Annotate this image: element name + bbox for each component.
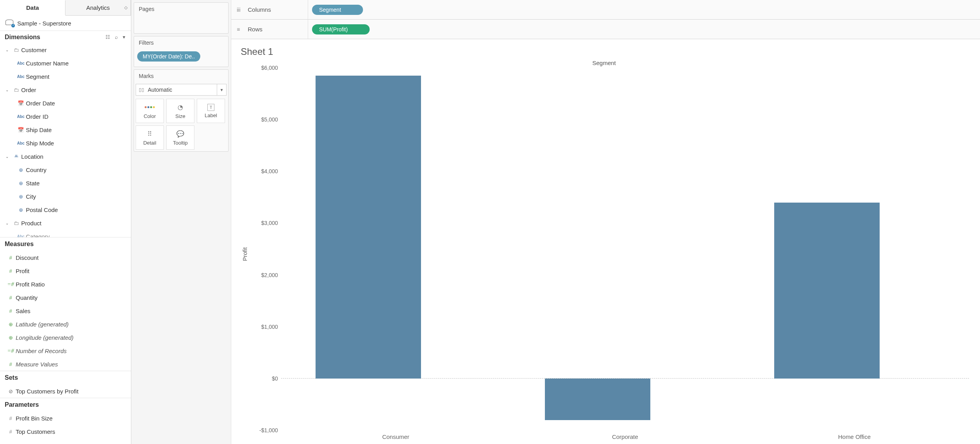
field-longitude[interactable]: ⊕Longitude (generated): [0, 331, 131, 344]
set-top-customers[interactable]: ⊘Top Customers by Profit: [0, 384, 131, 398]
bar[interactable]: [774, 203, 880, 379]
field-latitude[interactable]: ⊕Latitude (generated): [0, 317, 131, 331]
marks-color[interactable]: Color: [136, 99, 164, 123]
marks-card: Marks ▯▯ Automatic ▼ Color ◔ Size T Labe…: [134, 69, 229, 152]
globe-icon: ⊕: [16, 194, 26, 199]
field-label: City: [26, 193, 36, 200]
globe-icon: ⊕: [16, 167, 26, 173]
tab-analytics[interactable]: Analytics ◇: [65, 0, 131, 15]
bars-container: [281, 68, 969, 430]
field-label: Order Date: [26, 100, 55, 107]
filters-title: Filters: [134, 36, 228, 49]
marks-size[interactable]: ◔ Size: [166, 99, 194, 123]
field-profit[interactable]: #Profit: [0, 264, 131, 277]
filter-pill-order-date[interactable]: MY(Order Date): De..: [137, 51, 200, 62]
folder-customer[interactable]: ⌄🗀Customer: [0, 43, 131, 56]
field-label: Segment: [26, 73, 49, 80]
y-axis-ticks: -$1,000$0$1,000$2,000$3,000$4,000$5,000$…: [250, 68, 281, 430]
y-tick: $1,000: [261, 324, 278, 330]
field-label: Ship Mode: [26, 140, 54, 147]
abc-icon: Abc: [16, 114, 26, 119]
folder-label: Product: [21, 220, 42, 227]
folder-label: Customer: [21, 47, 47, 53]
sheet-title[interactable]: Sheet 1: [241, 46, 969, 57]
x-category: Consumer: [281, 430, 510, 440]
folder-icon: 🗀: [11, 47, 21, 53]
marks-tooltip-label: Tooltip: [173, 140, 188, 146]
columns-shelf[interactable]: iiiColumns Segment: [231, 0, 980, 20]
y-tick: $2,000: [261, 272, 278, 278]
view-list-icon[interactable]: ☷: [105, 33, 111, 41]
rows-pill-profit[interactable]: SUM(Profit): [312, 24, 370, 34]
parameters-block: Parameters #Profit Bin Size #Top Custome…: [0, 398, 131, 438]
field-order-id[interactable]: AbcOrder ID: [0, 110, 131, 123]
field-city[interactable]: ⊕City: [0, 190, 131, 203]
dimensions-title: Dimensions: [5, 34, 40, 41]
tab-dropdown-icon[interactable]: ◇: [124, 5, 127, 10]
field-ship-date[interactable]: 📅Ship Date: [0, 123, 131, 136]
field-sales[interactable]: #Sales: [0, 304, 131, 317]
main-area: iiiColumns Segment ≡Rows SUM(Profit) She…: [231, 0, 980, 444]
field-label: Order ID: [26, 113, 49, 120]
field-ship-mode[interactable]: AbcShip Mode: [0, 136, 131, 150]
field-label: Sales: [16, 308, 31, 314]
bar[interactable]: [545, 379, 650, 420]
bar[interactable]: [316, 76, 421, 379]
pages-title: Pages: [134, 3, 228, 15]
field-postal-code[interactable]: ⊕Postal Code: [0, 203, 131, 216]
folder-label: Order: [21, 87, 36, 93]
datasource-row[interactable]: ✓ Sample - Superstore: [0, 16, 131, 31]
columns-label: Columns: [248, 6, 271, 13]
field-measure-values[interactable]: #Measure Values: [0, 357, 131, 371]
datasource-name: Sample - Superstore: [17, 20, 71, 27]
folder-label: Location: [21, 153, 44, 160]
y-tick: $5,000: [261, 116, 278, 123]
section-menu-icon[interactable]: ▾: [122, 33, 126, 41]
x-category: Corporate: [510, 430, 740, 440]
field-category[interactable]: AbcCategory: [0, 230, 131, 237]
field-state[interactable]: ⊕State: [0, 176, 131, 190]
data-pane: Data Analytics ◇ ✓ Sample - Superstore D…: [0, 0, 131, 444]
measures-title: Measures: [0, 237, 131, 251]
chevron-down-icon[interactable]: ▼: [217, 84, 226, 95]
y-tick: $4,000: [261, 168, 278, 174]
datasource-icon: ✓: [5, 20, 14, 27]
dimensions-tree: ⌄🗀Customer AbcCustomer Name AbcSegment ⌄…: [0, 43, 131, 237]
rows-shelf[interactable]: ≡Rows SUM(Profit): [231, 20, 980, 39]
field-customer-name[interactable]: AbcCustomer Name: [0, 56, 131, 70]
param-profit-bin[interactable]: #Profit Bin Size: [0, 411, 131, 425]
abc-icon: Abc: [16, 234, 26, 237]
marks-tooltip[interactable]: 💬 Tooltip: [166, 125, 194, 150]
y-tick: $0: [272, 375, 278, 382]
calc-icon: =#: [5, 281, 16, 288]
field-label: Top Customers by Profit: [16, 388, 78, 395]
param-top-customers[interactable]: #Top Customers: [0, 425, 131, 438]
field-discount[interactable]: #Discount: [0, 251, 131, 264]
folder-product[interactable]: ⌄🗀Product: [0, 216, 131, 230]
bar-icon: ▯▯: [136, 87, 147, 92]
pages-card[interactable]: Pages: [134, 2, 229, 34]
number-icon: #: [5, 415, 16, 421]
field-segment[interactable]: AbcSegment: [0, 70, 131, 83]
plot-area[interactable]: -$1,000$0$1,000$2,000$3,000$4,000$5,000$…: [250, 68, 969, 430]
label-icon: T: [207, 104, 214, 111]
filters-card[interactable]: Filters MY(Order Date): De..: [134, 36, 229, 67]
field-label: Measure Values: [16, 361, 58, 368]
field-profit-ratio[interactable]: =#Profit Ratio: [0, 277, 131, 291]
columns-pill-segment[interactable]: Segment: [312, 5, 363, 15]
marks-detail[interactable]: ⠿ Detail: [136, 125, 164, 150]
sets-title: Sets: [0, 371, 131, 384]
field-quantity[interactable]: #Quantity: [0, 291, 131, 304]
marks-label-label: Label: [205, 112, 217, 118]
field-country[interactable]: ⊕Country: [0, 163, 131, 176]
field-label: Ship Date: [26, 127, 52, 133]
folder-order[interactable]: ⌄🗀Order: [0, 83, 131, 96]
marks-type-select[interactable]: ▯▯ Automatic ▼: [136, 84, 227, 96]
tab-data[interactable]: Data: [0, 0, 65, 16]
hierarchy-location[interactable]: ⌄ᚇLocation: [0, 150, 131, 163]
search-icon[interactable]: ⌕: [114, 33, 119, 41]
field-order-date[interactable]: 📅Order Date: [0, 96, 131, 110]
marks-label[interactable]: T Label: [197, 99, 225, 123]
field-number-of-records[interactable]: =#Number of Records: [0, 344, 131, 357]
columns-icon: iii: [237, 7, 244, 13]
